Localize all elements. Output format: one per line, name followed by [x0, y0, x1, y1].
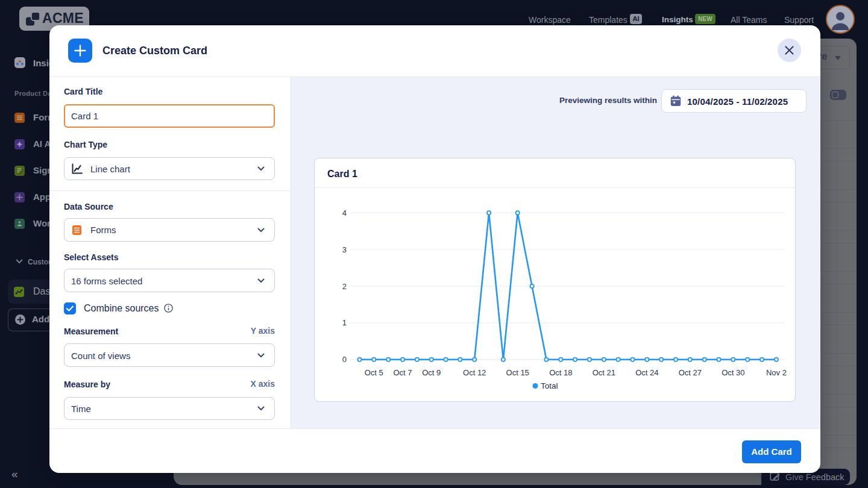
- svg-text:Oct 5: Oct 5: [365, 368, 383, 377]
- svg-text:2: 2: [342, 282, 347, 291]
- svg-text:Oct 15: Oct 15: [506, 368, 529, 377]
- svg-text:Oct 7: Oct 7: [393, 368, 412, 377]
- svg-text:Oct 30: Oct 30: [722, 368, 744, 377]
- svg-text:Nov 2: Nov 2: [766, 368, 787, 377]
- svg-text:Oct 24: Oct 24: [635, 368, 658, 377]
- svg-text:Total: Total: [541, 381, 558, 390]
- svg-text:Oct 18: Oct 18: [549, 368, 572, 377]
- svg-text:Oct 27: Oct 27: [679, 368, 702, 377]
- svg-text:0: 0: [342, 355, 347, 364]
- svg-text:1: 1: [342, 318, 347, 327]
- svg-text:Oct 9: Oct 9: [422, 368, 441, 377]
- svg-text:4: 4: [342, 208, 347, 217]
- svg-text:Oct 12: Oct 12: [463, 368, 486, 377]
- svg-text:3: 3: [342, 245, 347, 254]
- svg-text:Oct 21: Oct 21: [593, 368, 615, 377]
